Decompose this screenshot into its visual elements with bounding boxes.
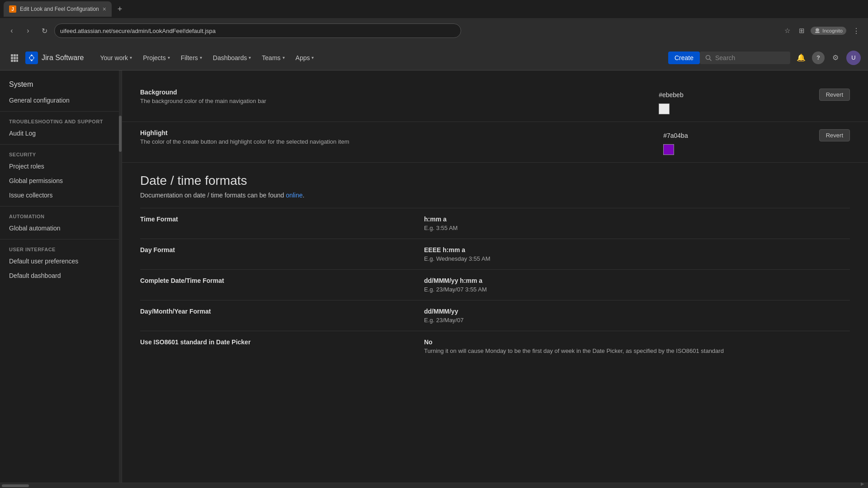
logo-text: Jira Software xyxy=(42,54,84,62)
datetime-formats-table: Time Format h:mm a E.g. 3:55 AM Day Form… xyxy=(140,208,850,361)
svg-rect-12 xyxy=(16,60,18,62)
extensions-icon[interactable]: ⊞ xyxy=(796,25,807,36)
sidebar-scrollbar-thumb[interactable] xyxy=(119,116,122,152)
active-tab[interactable]: J Edit Look and Feel Configuration × xyxy=(4,1,112,17)
svg-rect-8 xyxy=(14,57,16,59)
apps-menu-icon[interactable] xyxy=(7,51,22,65)
svg-line-16 xyxy=(710,59,712,61)
dt-value-0: h:mm a E.g. 3:55 AM xyxy=(424,208,850,239)
highlight-label: Highlight xyxy=(140,129,663,136)
svg-rect-9 xyxy=(16,57,18,59)
horizontal-scrollbar-thumb[interactable] xyxy=(2,484,29,487)
dt-value-2: dd/MMM/yy h:mm a E.g. 23/May/07 3:55 AM xyxy=(424,270,850,300)
sidebar-scrollbar-track xyxy=(119,70,122,483)
background-description: The background color of the main navigat… xyxy=(140,98,659,104)
reload-button[interactable]: ↻ xyxy=(38,24,51,37)
highlight-color-swatch[interactable] xyxy=(663,144,674,155)
sidebar-default-user-preferences[interactable]: Default user preferences xyxy=(0,254,122,268)
sidebar: System General configuration TROUBLESHOO… xyxy=(0,70,122,483)
back-button[interactable]: ‹ xyxy=(5,24,18,37)
sidebar-automation-header: AUTOMATION xyxy=(0,210,122,221)
dt-label-4: Use ISO8601 standard in Date Picker xyxy=(140,331,424,362)
dt-label-3: Day/Month/Year Format xyxy=(140,300,424,331)
highlight-hex: #7a04ba xyxy=(663,132,688,139)
apps-chevron: ▾ xyxy=(311,55,314,60)
address-bar[interactable]: uifeed.atlassian.net/secure/admin/LookAn… xyxy=(54,23,461,38)
sidebar-global-automation[interactable]: Global automation xyxy=(0,221,122,235)
nav-dashboards[interactable]: Dashboards ▾ xyxy=(208,45,257,70)
sidebar-audit-log[interactable]: Audit Log xyxy=(0,126,122,141)
sidebar-issue-collectors[interactable]: Issue collectors xyxy=(0,188,122,202)
horizontal-scrollbar[interactable]: ▶ xyxy=(0,483,868,488)
sidebar-security-header: SECURITY xyxy=(0,148,122,159)
sidebar-system-header[interactable]: System xyxy=(0,76,122,93)
datetime-subtitle: Documentation on date / time formats can… xyxy=(140,192,850,199)
sidebar-troubleshooting-header: TROUBLESHOOTING AND SUPPORT xyxy=(0,115,122,126)
sidebar-divider-1 xyxy=(0,111,122,112)
incognito-badge: Incognito xyxy=(811,27,846,35)
create-button[interactable]: Create xyxy=(668,52,700,64)
nav-teams[interactable]: Teams ▾ xyxy=(256,45,290,70)
search-box[interactable]: Search xyxy=(700,52,790,64)
highlight-revert-button[interactable]: Revert xyxy=(819,129,850,141)
dt-value-4: No Turning it on will cause Monday to be… xyxy=(424,331,850,362)
highlight-config-row: Highlight The color of the create button… xyxy=(140,122,850,162)
sidebar-divider-4 xyxy=(0,239,122,239)
dt-label-1: Day Format xyxy=(140,239,424,270)
new-tab-button[interactable]: + xyxy=(113,3,126,15)
sidebar-default-dashboard[interactable]: Default dashboard xyxy=(0,268,122,283)
help-icon[interactable]: ? xyxy=(812,52,825,64)
tab-title: Edit Look and Feel Configuration xyxy=(20,6,99,12)
table-row: Time Format h:mm a E.g. 3:55 AM xyxy=(140,208,850,239)
dashboards-chevron: ▾ xyxy=(249,55,251,60)
svg-point-2 xyxy=(816,28,819,32)
nav-filters[interactable]: Filters ▾ xyxy=(175,45,208,70)
sidebar-divider-2 xyxy=(0,144,122,145)
background-hex: #ebebeb xyxy=(659,91,684,99)
svg-rect-3 xyxy=(815,32,820,33)
dt-label-0: Time Format xyxy=(140,208,424,239)
table-row: Complete Date/Time Format dd/MMM/yy h:mm… xyxy=(140,270,850,300)
sidebar-project-roles[interactable]: Project roles xyxy=(0,159,122,174)
browser-menu-button[interactable]: ⋮ xyxy=(850,24,863,37)
scroll-arrow[interactable]: ▶ xyxy=(861,481,864,486)
svg-rect-4 xyxy=(11,54,13,56)
config-divider-2 xyxy=(122,162,868,163)
dt-value-3: dd/MMM/yy E.g. 23/May/07 xyxy=(424,300,850,331)
background-config-row: Background The background color of the m… xyxy=(140,81,850,122)
search-placeholder: Search xyxy=(715,54,735,61)
tab-close-button[interactable]: × xyxy=(103,5,106,13)
table-row: Day Format EEEE h:mm a E.g. Wednesday 3:… xyxy=(140,239,850,270)
subtitle-link[interactable]: online xyxy=(286,192,302,199)
content-area: Background The background color of the m… xyxy=(122,70,868,483)
notifications-icon[interactable]: 🔔 xyxy=(794,51,808,65)
your-work-chevron: ▾ xyxy=(130,55,132,60)
bookmark-icon[interactable]: ☆ xyxy=(782,25,793,36)
sidebar-general-configuration[interactable]: General configuration xyxy=(0,93,122,108)
nav-projects[interactable]: Projects ▾ xyxy=(137,45,175,70)
projects-chevron: ▾ xyxy=(168,55,170,60)
table-row: Use ISO8601 standard in Date Picker No T… xyxy=(140,331,850,362)
url-text: uifeed.atlassian.net/secure/admin/LookAn… xyxy=(60,28,216,34)
svg-rect-7 xyxy=(11,57,13,59)
sidebar-global-permissions[interactable]: Global permissions xyxy=(0,174,122,188)
avatar[interactable]: U xyxy=(846,51,861,65)
filters-chevron: ▾ xyxy=(200,55,202,60)
subtitle-post: . xyxy=(303,192,305,199)
svg-rect-6 xyxy=(16,54,18,56)
sidebar-user-interface-header: USER INTERFACE xyxy=(0,243,122,254)
highlight-description: The color of the create button and highl… xyxy=(140,138,663,145)
nav-your-work[interactable]: Your work ▾ xyxy=(94,45,137,70)
svg-rect-11 xyxy=(14,60,16,62)
forward-button[interactable]: › xyxy=(22,24,34,37)
background-revert-button[interactable]: Revert xyxy=(819,89,850,101)
nav-apps[interactable]: Apps ▾ xyxy=(290,45,320,70)
svg-rect-10 xyxy=(11,60,13,62)
background-color-swatch[interactable] xyxy=(659,103,670,114)
svg-point-14 xyxy=(30,56,33,60)
svg-rect-5 xyxy=(14,54,16,56)
logo[interactable]: Jira Software xyxy=(25,52,84,64)
settings-icon[interactable]: ⚙ xyxy=(828,51,843,65)
top-navigation: Jira Software Your work ▾ Projects ▾ Fil… xyxy=(0,45,868,70)
tab-favicon: J xyxy=(9,5,16,13)
